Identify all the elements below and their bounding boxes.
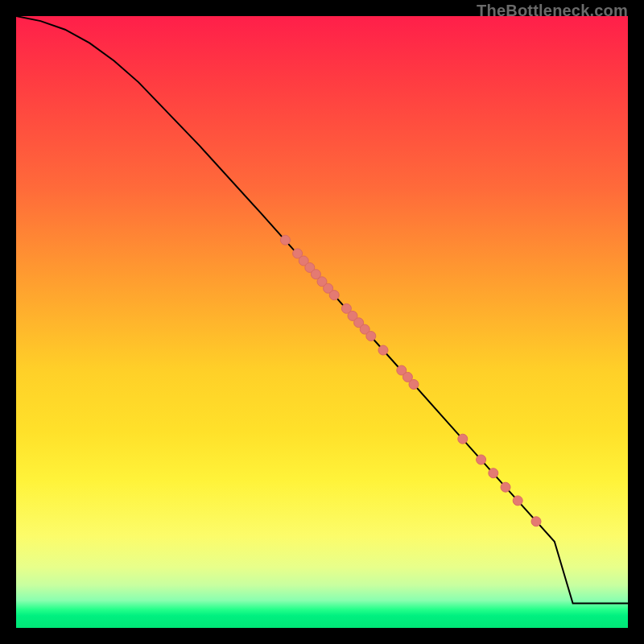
marker-dot [501, 482, 510, 492]
chart-stage: TheBottleneck.com [0, 0, 644, 644]
marker-dot [366, 332, 376, 341]
marker-dot [513, 496, 522, 506]
chart-svg [16, 16, 628, 628]
curve-line [16, 16, 628, 604]
marker-dot [378, 345, 388, 355]
plot-area [16, 16, 628, 628]
marker-dot [489, 469, 498, 478]
marker-dot [531, 517, 541, 526]
marker-dot [329, 291, 339, 300]
marker-dot [409, 380, 419, 390]
marker-dot [280, 235, 290, 245]
marker-dot [477, 455, 486, 464]
marker-dot [458, 434, 468, 444]
